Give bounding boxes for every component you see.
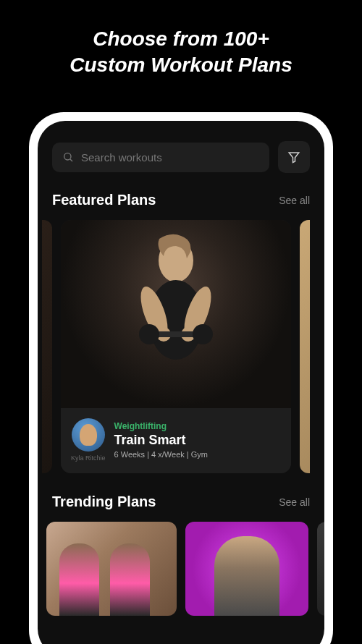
svg-point-0 xyxy=(64,153,71,160)
trending-card-1[interactable] xyxy=(46,522,177,616)
author-column: Kyla Ritchie xyxy=(71,418,106,462)
trending-card-3-peek[interactable] xyxy=(317,522,324,616)
app-screen: Search workouts Featured Plans See all xyxy=(38,121,324,644)
plan-title: Train Smart xyxy=(114,433,281,448)
search-placeholder: Search workouts xyxy=(81,151,162,164)
featured-plan-image xyxy=(61,220,291,408)
svg-point-10 xyxy=(139,324,159,344)
trending-card-2[interactable] xyxy=(185,522,308,616)
plan-meta-text: Weightlifting Train Smart 6 Weeks | 4 x/… xyxy=(114,421,281,459)
headline-line-2: Custom Workout Plans xyxy=(29,52,333,78)
plan-details: 6 Weeks | 4 x/Week | Gym xyxy=(114,450,281,459)
featured-card-prev-peek[interactable] xyxy=(42,220,52,473)
filter-icon xyxy=(287,151,300,164)
search-input[interactable]: Search workouts xyxy=(52,143,269,172)
author-avatar[interactable] xyxy=(72,418,105,452)
featured-plan-card[interactable]: Kyla Ritchie Weightlifting Train Smart 6… xyxy=(61,220,291,473)
marketing-headline: Choose from 100+ Custom Workout Plans xyxy=(0,0,362,101)
featured-plan-meta: Kyla Ritchie Weightlifting Train Smart 6… xyxy=(61,408,291,473)
phone-frame: Search workouts Featured Plans See all xyxy=(29,112,333,644)
featured-see-all[interactable]: See all xyxy=(279,195,310,206)
trending-section-header: Trending Plans See all xyxy=(52,493,310,510)
workout-figure-icon xyxy=(122,233,230,392)
featured-carousel[interactable]: Kyla Ritchie Weightlifting Train Smart 6… xyxy=(42,220,310,473)
svg-line-1 xyxy=(70,159,72,161)
trending-title: Trending Plans xyxy=(52,493,156,510)
svg-marker-2 xyxy=(289,153,299,163)
headline-line-1: Choose from 100+ xyxy=(29,26,333,52)
search-row: Search workouts xyxy=(52,141,310,173)
trending-see-all[interactable]: See all xyxy=(279,496,310,508)
featured-section-header: Featured Plans See all xyxy=(52,192,310,208)
trending-carousel[interactable] xyxy=(46,522,310,616)
featured-title: Featured Plans xyxy=(52,192,156,208)
filter-button[interactable] xyxy=(278,141,310,173)
author-name: Kyla Ritchie xyxy=(71,454,106,462)
plan-category: Weightlifting xyxy=(114,421,281,431)
featured-card-next-peek[interactable] xyxy=(300,220,310,473)
search-icon xyxy=(62,151,74,163)
svg-point-11 xyxy=(193,324,213,344)
